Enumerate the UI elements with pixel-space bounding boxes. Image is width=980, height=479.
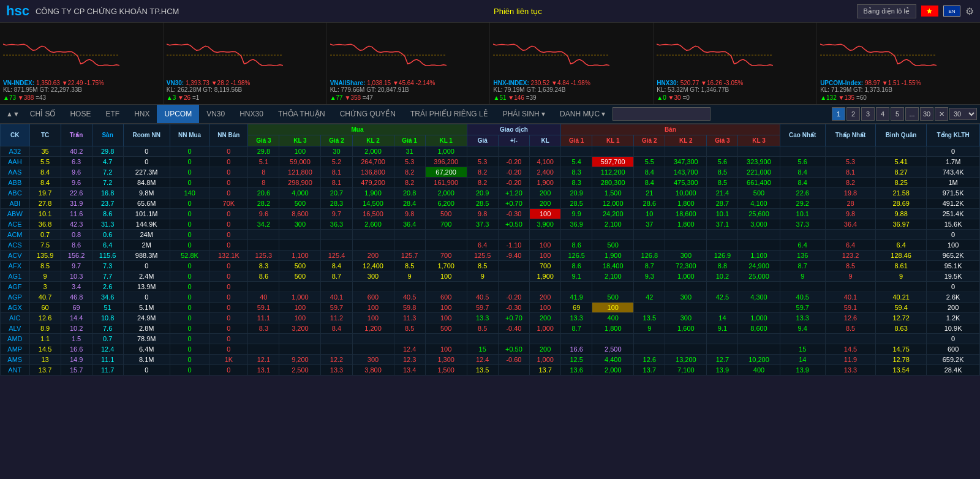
nav-tab-hnx30[interactable]: HNX30 (232, 105, 271, 123)
table-row[interactable]: AGP 40.7 46.8 34.6 0 0 0 40 1,000 40.1 6… (1, 292, 980, 303)
chart-item-vnindex[interactable]: VN-INDEX: 1,350.63 ▼22.49 -1.75% KL: 871… (0, 23, 164, 104)
table-row[interactable]: AFX 8.5 9.7 7.3 0 0 0 8.3 500 8.4 12,400… (1, 261, 980, 271)
search-input[interactable] (612, 107, 710, 121)
cell-g3 (248, 230, 279, 240)
nav-tab-ph-i-sinh[interactable]: PHÁI SINH ▾ (496, 105, 552, 123)
chart-item-vnallshare[interactable]: VNAllShare: 1,038.15 ▼45.64 -2.14% KL: 7… (327, 23, 491, 104)
index-val-0: 1,350.63 (36, 80, 60, 86)
cell-bkl3 (738, 303, 780, 313)
page-btn-5[interactable]: 5 (891, 107, 904, 121)
cell-bg2: 8.7 (634, 261, 665, 271)
header: hsc CÔNG TY CP CHỨNG KHOÁN TP.HCM Phiên … (0, 0, 980, 23)
table-row[interactable]: ACS 7.5 8.6 6.4 2M 0 0 6.4 -1.10 100 8.6… (1, 240, 980, 251)
cell-room-nn: 2.8M (123, 323, 170, 334)
index-name-3: HNX-INDEX: (493, 80, 529, 86)
cell-kl (530, 334, 561, 344)
bang-dien-button[interactable]: Bảng điện lô lẻ (857, 4, 916, 18)
table-row[interactable]: AG1 9 10.3 7.7 2.4M 0 0 8.6 500 8.7 300 … (1, 271, 980, 282)
chart-item-hnx30[interactable]: HNX30: 520.77 ▼16.26 -3.05% KL: 53.32M G… (654, 23, 817, 104)
table-row[interactable]: A32 35 40.2 29.8 0 0 0 29.8 100 30 2,000… (1, 146, 980, 157)
cell-bq: 9 (876, 271, 927, 282)
per-page-select[interactable]: 3050100 (949, 108, 977, 120)
cell-room-nn: 2M (123, 240, 170, 251)
cell-bg1: 9.9 (561, 209, 592, 219)
cell-bg1 (561, 230, 592, 240)
nav-tab-tr-i-phi-u-ri-ng-l-[interactable]: TRÁI PHIẾU RIÊNG LẺ (403, 105, 496, 123)
sort-icon[interactable]: ▲▼ (3, 105, 23, 123)
cell-bkl3: 221,000 (738, 167, 780, 178)
page-btn-4[interactable]: 4 (876, 107, 889, 121)
nav-tab-upcom[interactable]: UPCOM (157, 105, 199, 123)
nav-tab-th-a-thu-n[interactable]: THỎA THUẬN (271, 105, 333, 123)
cell-g2: 5.2 (321, 157, 352, 167)
cell-bg1 (561, 282, 592, 292)
cell-g3: 34.2 (248, 219, 279, 230)
cell-bkl2: 72,300 (665, 261, 707, 271)
table-row[interactable]: ABI 27.8 31.9 23.7 65.6M 0 70K 28.2 500 … (1, 198, 980, 209)
page-btn-2[interactable]: 2 (846, 107, 860, 121)
cell-kl: 700 (530, 261, 561, 271)
cell-nn-ban: 0 (209, 178, 248, 188)
cell-g1: 20.8 (394, 188, 425, 198)
cell-bg2 (634, 344, 665, 355)
cell-tc: 5.5 (29, 157, 61, 167)
cell-g1: 28.4 (394, 198, 425, 209)
table-row[interactable]: AGF 3 3.4 2.6 13.9M 0 0 0 (1, 282, 980, 292)
chart-item-vn30[interactable]: VN30: 1,393.73 ▼28.2 -1.98% KL: 262.28M … (164, 23, 327, 104)
chart-item-hnxindex[interactable]: HNX-INDEX: 230.52 ▼4.84 -1.98% KL: 79.19… (490, 23, 654, 104)
table-row[interactable]: AAH 5.5 6.3 4.7 0 0 0 5.1 59,000 5.2 264… (1, 157, 980, 167)
page-btn-3[interactable]: 3 (861, 107, 875, 121)
table-row[interactable]: AMS 13 14.9 11.1 8.1M 0 1K 12.1 9,200 12… (1, 355, 980, 365)
page-btn-...[interactable]: ... (905, 107, 919, 121)
nav-tab-vn30[interactable]: VN30 (199, 105, 232, 123)
table-row[interactable]: ABB 8.4 9.6 7.2 84.8M 0 0 8 298,900 8.1 … (1, 178, 980, 188)
table-row[interactable]: ACV 135.9 156.2 115.6 988.3M 52.8K 132.1… (1, 251, 980, 261)
cell-bkl2: 300 (665, 251, 707, 261)
nav-tab-hnx[interactable]: HNX (127, 105, 157, 123)
cell-nn-ban: 132.1K (209, 251, 248, 261)
table-row[interactable]: AAS 8.4 9.6 7.2 227.3M 0 0 8 121,800 8.1… (1, 167, 980, 178)
cell-bkl1: 597,700 (592, 157, 634, 167)
th-kl-gd: KL (530, 135, 561, 146)
cell-bkl1: 2,100 (592, 271, 634, 282)
cell-g3: 8.3 (248, 261, 279, 271)
page-btn-30[interactable]: 30 (920, 107, 933, 121)
cell-kl: 200 (530, 344, 561, 355)
nav-tab-ch--s-[interactable]: CHỈ SỐ (23, 105, 63, 123)
nav-tab-ch-ng-quy-n[interactable]: CHỨNG QUYỀN (333, 105, 403, 123)
cell-tran: 1.5 (61, 334, 92, 344)
neu-count-5: =60 (856, 94, 867, 101)
index-name-1: VN30: (167, 80, 184, 86)
cell-tc: 1.1 (29, 334, 61, 344)
page-close-btn[interactable]: ✕ (935, 107, 948, 121)
cell-kl1 (425, 230, 467, 240)
cell-kl2: 479,200 (352, 178, 394, 188)
table-row[interactable]: AMP 14.5 16.6 12.4 6.4M 0 0 12.4 100 15 … (1, 344, 980, 355)
settings-icon[interactable]: ⚙ (965, 6, 974, 17)
flag-vn-icon[interactable]: ★ (921, 6, 938, 17)
nav-tab-etf[interactable]: ETF (98, 105, 127, 123)
table-row[interactable]: ABW 10.1 11.6 8.6 101.1M 0 0 9.6 8,600 9… (1, 209, 980, 219)
cell-g1: 5.3 (394, 157, 425, 167)
dn-count-5: ▼135 (839, 94, 855, 101)
table-row[interactable]: ABC 19.7 22.6 16.8 9.8M 140 0 20.6 4,000… (1, 188, 980, 198)
table-row[interactable]: ACE 36.8 42.3 31.3 144.9K 0 0 34.2 300 3… (1, 219, 980, 230)
cell-tklth: 1M (927, 178, 980, 188)
nav-tab-hose[interactable]: HOSE (62, 105, 98, 123)
table-row[interactable]: ACM 0.7 0.8 0.6 24M 0 0 0 (1, 230, 980, 240)
th-gia3: Giá 3 (248, 135, 279, 146)
table-row[interactable]: ALV 8.9 10.2 7.6 2.8M 0 0 8.3 3,200 8.4 … (1, 323, 980, 334)
flag-en-icon[interactable]: EN (943, 6, 960, 17)
table-row[interactable]: AGX 60 69 51 5.1M 0 0 59.1 100 59.7 100 … (1, 303, 980, 313)
nav-tab-danh-m-c[interactable]: DANH MỤC ▾ (552, 105, 612, 123)
table-row[interactable]: AIC 12.6 14.4 10.8 24.9M 0 0 11.1 100 11… (1, 313, 980, 323)
cell-kl: 4,100 (530, 157, 561, 167)
table-row[interactable]: ANT 13.7 15.7 11.7 0 0 0 13.1 2,500 13.3… (1, 365, 980, 375)
cell-bq: 8.25 (876, 178, 927, 188)
cell-thap (826, 146, 876, 157)
page-btn-1[interactable]: 1 (832, 107, 845, 121)
cell-g3 (248, 344, 279, 355)
chart-svg-3 (493, 34, 609, 80)
table-row[interactable]: AMD 1.1 1.5 0.7 78.9M 0 0 0 (1, 334, 980, 344)
chart-item-upcomindex[interactable]: UPCOM-Index: 98.97 ▼1.51 -1.55% KL: 71.2… (817, 23, 980, 104)
